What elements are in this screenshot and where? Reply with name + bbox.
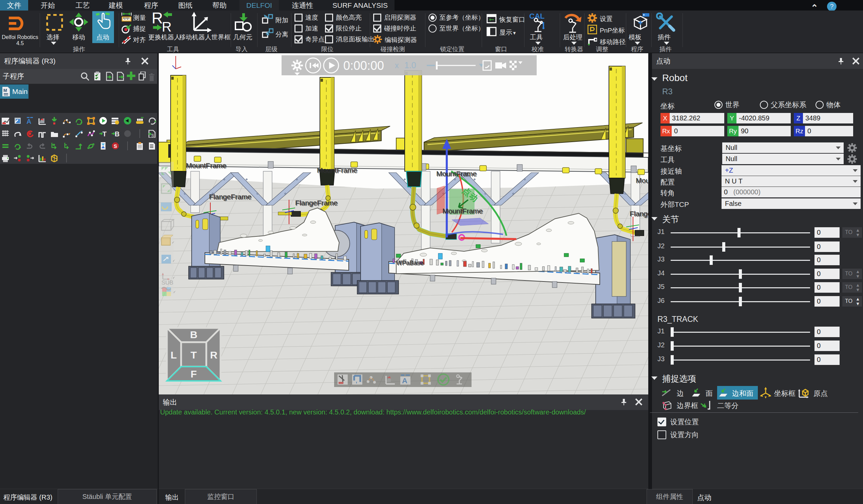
svg-text:T: T [102,130,107,138]
svg-text:FlangeFrame: FlangeFrame [210,193,252,201]
svg-text:T: T [191,349,197,361]
svg-text:FlangeFrame: FlangeFrame [630,210,648,218]
svg-text:1.0: 1.0 [404,60,416,70]
svg-text:A: A [26,118,31,125]
svg-text:R: R [162,19,172,33]
svg-text:MountFrame: MountFrame [443,207,484,215]
svg-text:S: S [114,143,117,149]
svg-text:x: x [395,61,399,70]
svg-text:0:00:00: 0:00:00 [343,59,384,73]
svg-text:B: B [115,130,120,138]
svg-text:F: F [191,368,197,379]
svg-text:MountFrame: MountFrame [317,167,358,175]
svg-text:MountFrame: MountFrame [636,177,648,185]
svg-text:MountFrame: MountFrame [187,162,227,170]
svg-text:M: M [3,88,7,93]
svg-text:R: R [210,349,217,361]
svg-text:WPaBase: WPaBase [397,260,424,267]
svg-text:R: R [152,11,163,27]
svg-text:B: B [190,329,198,340]
svg-text:L: L [171,349,177,361]
svg-text:A: A [402,377,408,385]
svg-text:MountFrame: MountFrame [437,170,477,178]
svg-text:FlangeFrame: FlangeFrame [296,199,338,207]
svg-text:SUB: SUB [162,279,173,286]
svg-text:S: S [151,133,154,138]
